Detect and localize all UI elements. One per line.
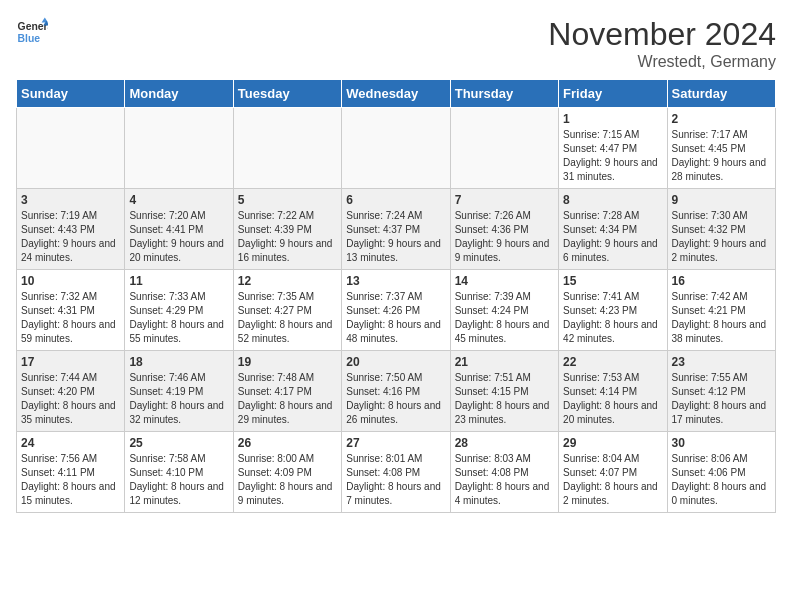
day-info: Sunrise: 7:22 AM Sunset: 4:39 PM Dayligh… xyxy=(238,209,337,265)
day-info: Sunrise: 7:58 AM Sunset: 4:10 PM Dayligh… xyxy=(129,452,228,508)
logo: General Blue xyxy=(16,16,48,48)
day-number: 24 xyxy=(21,436,120,450)
weekday-header: Tuesday xyxy=(233,80,341,108)
day-number: 7 xyxy=(455,193,554,207)
day-number: 25 xyxy=(129,436,228,450)
day-info: Sunrise: 8:01 AM Sunset: 4:08 PM Dayligh… xyxy=(346,452,445,508)
day-number: 19 xyxy=(238,355,337,369)
day-number: 12 xyxy=(238,274,337,288)
calendar-cell: 20Sunrise: 7:50 AM Sunset: 4:16 PM Dayli… xyxy=(342,351,450,432)
calendar-cell: 18Sunrise: 7:46 AM Sunset: 4:19 PM Dayli… xyxy=(125,351,233,432)
day-number: 28 xyxy=(455,436,554,450)
day-number: 21 xyxy=(455,355,554,369)
day-info: Sunrise: 7:50 AM Sunset: 4:16 PM Dayligh… xyxy=(346,371,445,427)
calendar-cell xyxy=(342,108,450,189)
day-info: Sunrise: 8:04 AM Sunset: 4:07 PM Dayligh… xyxy=(563,452,662,508)
calendar-cell: 15Sunrise: 7:41 AM Sunset: 4:23 PM Dayli… xyxy=(559,270,667,351)
day-info: Sunrise: 8:06 AM Sunset: 4:06 PM Dayligh… xyxy=(672,452,771,508)
calendar-cell: 12Sunrise: 7:35 AM Sunset: 4:27 PM Dayli… xyxy=(233,270,341,351)
calendar-cell: 22Sunrise: 7:53 AM Sunset: 4:14 PM Dayli… xyxy=(559,351,667,432)
weekday-header: Sunday xyxy=(17,80,125,108)
calendar-cell: 30Sunrise: 8:06 AM Sunset: 4:06 PM Dayli… xyxy=(667,432,775,513)
calendar-cell: 3Sunrise: 7:19 AM Sunset: 4:43 PM Daylig… xyxy=(17,189,125,270)
day-number: 5 xyxy=(238,193,337,207)
calendar-cell: 13Sunrise: 7:37 AM Sunset: 4:26 PM Dayli… xyxy=(342,270,450,351)
day-info: Sunrise: 7:53 AM Sunset: 4:14 PM Dayligh… xyxy=(563,371,662,427)
day-info: Sunrise: 7:42 AM Sunset: 4:21 PM Dayligh… xyxy=(672,290,771,346)
calendar-cell xyxy=(125,108,233,189)
day-info: Sunrise: 7:19 AM Sunset: 4:43 PM Dayligh… xyxy=(21,209,120,265)
location-title: Wrestedt, Germany xyxy=(548,53,776,71)
calendar-cell xyxy=(233,108,341,189)
day-info: Sunrise: 8:03 AM Sunset: 4:08 PM Dayligh… xyxy=(455,452,554,508)
calendar-cell xyxy=(450,108,558,189)
calendar-cell: 8Sunrise: 7:28 AM Sunset: 4:34 PM Daylig… xyxy=(559,189,667,270)
day-number: 4 xyxy=(129,193,228,207)
day-number: 1 xyxy=(563,112,662,126)
day-info: Sunrise: 7:17 AM Sunset: 4:45 PM Dayligh… xyxy=(672,128,771,184)
weekday-header: Monday xyxy=(125,80,233,108)
calendar-cell: 14Sunrise: 7:39 AM Sunset: 4:24 PM Dayli… xyxy=(450,270,558,351)
calendar-cell: 26Sunrise: 8:00 AM Sunset: 4:09 PM Dayli… xyxy=(233,432,341,513)
calendar-cell: 11Sunrise: 7:33 AM Sunset: 4:29 PM Dayli… xyxy=(125,270,233,351)
calendar-cell: 5Sunrise: 7:22 AM Sunset: 4:39 PM Daylig… xyxy=(233,189,341,270)
day-number: 9 xyxy=(672,193,771,207)
weekday-header: Friday xyxy=(559,80,667,108)
day-info: Sunrise: 7:39 AM Sunset: 4:24 PM Dayligh… xyxy=(455,290,554,346)
calendar-header-row: SundayMondayTuesdayWednesdayThursdayFrid… xyxy=(17,80,776,108)
day-info: Sunrise: 7:56 AM Sunset: 4:11 PM Dayligh… xyxy=(21,452,120,508)
calendar-table: SundayMondayTuesdayWednesdayThursdayFrid… xyxy=(16,79,776,513)
calendar-cell: 29Sunrise: 8:04 AM Sunset: 4:07 PM Dayli… xyxy=(559,432,667,513)
weekday-header: Saturday xyxy=(667,80,775,108)
calendar-cell: 6Sunrise: 7:24 AM Sunset: 4:37 PM Daylig… xyxy=(342,189,450,270)
calendar-cell: 10Sunrise: 7:32 AM Sunset: 4:31 PM Dayli… xyxy=(17,270,125,351)
calendar-cell: 23Sunrise: 7:55 AM Sunset: 4:12 PM Dayli… xyxy=(667,351,775,432)
calendar-cell: 16Sunrise: 7:42 AM Sunset: 4:21 PM Dayli… xyxy=(667,270,775,351)
svg-text:General: General xyxy=(18,21,48,32)
month-title: November 2024 xyxy=(548,16,776,53)
weekday-header: Wednesday xyxy=(342,80,450,108)
day-info: Sunrise: 8:00 AM Sunset: 4:09 PM Dayligh… xyxy=(238,452,337,508)
day-number: 22 xyxy=(563,355,662,369)
day-info: Sunrise: 7:41 AM Sunset: 4:23 PM Dayligh… xyxy=(563,290,662,346)
calendar-week-row: 10Sunrise: 7:32 AM Sunset: 4:31 PM Dayli… xyxy=(17,270,776,351)
calendar-cell: 7Sunrise: 7:26 AM Sunset: 4:36 PM Daylig… xyxy=(450,189,558,270)
calendar-cell: 24Sunrise: 7:56 AM Sunset: 4:11 PM Dayli… xyxy=(17,432,125,513)
weekday-header: Thursday xyxy=(450,80,558,108)
day-info: Sunrise: 7:26 AM Sunset: 4:36 PM Dayligh… xyxy=(455,209,554,265)
calendar-cell: 21Sunrise: 7:51 AM Sunset: 4:15 PM Dayli… xyxy=(450,351,558,432)
calendar-cell: 25Sunrise: 7:58 AM Sunset: 4:10 PM Dayli… xyxy=(125,432,233,513)
day-number: 2 xyxy=(672,112,771,126)
svg-text:Blue: Blue xyxy=(18,33,41,44)
calendar-week-row: 3Sunrise: 7:19 AM Sunset: 4:43 PM Daylig… xyxy=(17,189,776,270)
day-number: 18 xyxy=(129,355,228,369)
day-number: 11 xyxy=(129,274,228,288)
day-info: Sunrise: 7:30 AM Sunset: 4:32 PM Dayligh… xyxy=(672,209,771,265)
calendar-cell: 27Sunrise: 8:01 AM Sunset: 4:08 PM Dayli… xyxy=(342,432,450,513)
day-number: 23 xyxy=(672,355,771,369)
svg-marker-2 xyxy=(42,18,48,23)
day-number: 6 xyxy=(346,193,445,207)
calendar-cell: 28Sunrise: 8:03 AM Sunset: 4:08 PM Dayli… xyxy=(450,432,558,513)
day-number: 15 xyxy=(563,274,662,288)
day-number: 3 xyxy=(21,193,120,207)
calendar-week-row: 17Sunrise: 7:44 AM Sunset: 4:20 PM Dayli… xyxy=(17,351,776,432)
calendar-cell xyxy=(17,108,125,189)
header: General Blue November 2024 Wrestedt, Ger… xyxy=(16,16,776,71)
day-number: 27 xyxy=(346,436,445,450)
day-info: Sunrise: 7:55 AM Sunset: 4:12 PM Dayligh… xyxy=(672,371,771,427)
day-info: Sunrise: 7:44 AM Sunset: 4:20 PM Dayligh… xyxy=(21,371,120,427)
day-info: Sunrise: 7:32 AM Sunset: 4:31 PM Dayligh… xyxy=(21,290,120,346)
day-info: Sunrise: 7:51 AM Sunset: 4:15 PM Dayligh… xyxy=(455,371,554,427)
calendar-cell: 1Sunrise: 7:15 AM Sunset: 4:47 PM Daylig… xyxy=(559,108,667,189)
day-info: Sunrise: 7:46 AM Sunset: 4:19 PM Dayligh… xyxy=(129,371,228,427)
day-info: Sunrise: 7:15 AM Sunset: 4:47 PM Dayligh… xyxy=(563,128,662,184)
day-info: Sunrise: 7:35 AM Sunset: 4:27 PM Dayligh… xyxy=(238,290,337,346)
day-number: 26 xyxy=(238,436,337,450)
calendar-cell: 2Sunrise: 7:17 AM Sunset: 4:45 PM Daylig… xyxy=(667,108,775,189)
day-info: Sunrise: 7:20 AM Sunset: 4:41 PM Dayligh… xyxy=(129,209,228,265)
day-info: Sunrise: 7:37 AM Sunset: 4:26 PM Dayligh… xyxy=(346,290,445,346)
logo-icon: General Blue xyxy=(16,16,48,48)
calendar-cell: 19Sunrise: 7:48 AM Sunset: 4:17 PM Dayli… xyxy=(233,351,341,432)
day-number: 29 xyxy=(563,436,662,450)
